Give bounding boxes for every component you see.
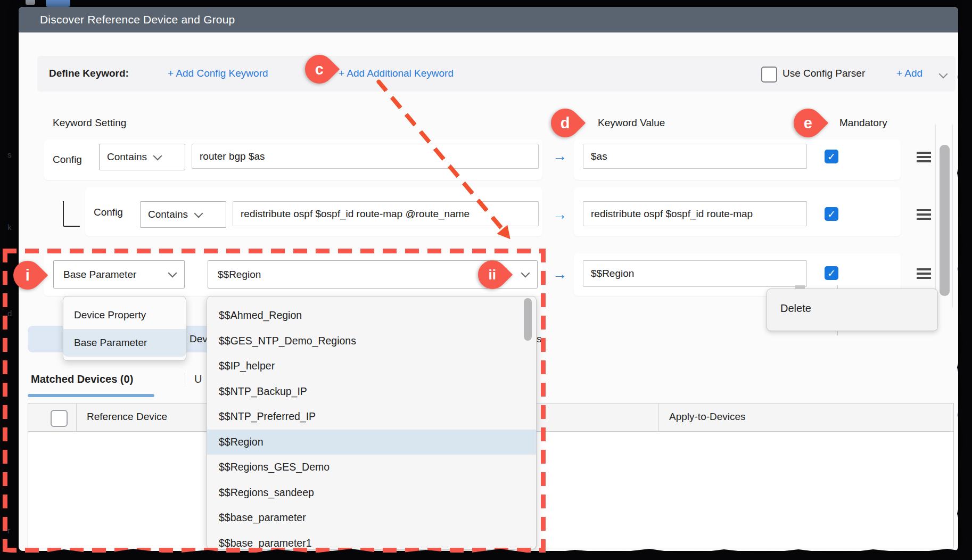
chevron-down-icon [194, 209, 203, 218]
dropdown-option[interactable]: $$NTP_Preferred_IP [207, 404, 536, 430]
screenshot-stage: s k d r Discover Reference Device and Gr… [0, 0, 972, 560]
use-config-parser-label: Use Config Parser [782, 68, 865, 79]
background-window-remnant [26, 0, 35, 5]
table-column-divider [658, 403, 659, 431]
row3-value-input[interactable]: $$Region [583, 260, 807, 287]
row1-drag-handle-icon[interactable] [917, 152, 931, 162]
background-text-fragment: r [7, 526, 10, 535]
row2-drag-handle-icon[interactable] [917, 209, 931, 220]
scrollbar-track [952, 125, 953, 308]
menu-item-base-parameter[interactable]: Base Parameter [63, 329, 186, 357]
row2-type-label: Config [94, 207, 123, 218]
row2-operator-select[interactable]: Contains [140, 201, 226, 228]
maps-to-arrow-icon: → [553, 148, 567, 164]
annotation-pin-label: d [561, 114, 570, 132]
dialog-title: Discover Reference Device and Group [19, 13, 235, 26]
annotation-highlight-box-top [3, 249, 546, 253]
row3-type-value: Base Parameter [54, 269, 136, 281]
row1-operator-value: Contains [100, 151, 147, 163]
row1-type-label: Config [53, 154, 82, 166]
chevron-down-icon [168, 269, 177, 278]
row1-operator-select[interactable]: Contains [99, 144, 185, 170]
device-criteria-bar-text-fragment: Dev [190, 333, 208, 345]
row1-value-input[interactable]: $as [583, 144, 807, 169]
type-dropdown-menu: Device Property Base Parameter [63, 296, 186, 361]
tab-unmatched-devices[interactable]: U [194, 373, 202, 385]
add-config-keyword-link[interactable]: + Add Config Keyword [168, 68, 268, 79]
parser-add-link[interactable]: + Add [896, 68, 922, 79]
row3-type-select[interactable]: Base Parameter [53, 260, 185, 289]
annotation-pin-label: c [315, 60, 324, 78]
maps-to-arrow-icon: → [553, 207, 567, 223]
active-tab-underline [28, 394, 154, 397]
dropdown-option[interactable]: $$GES_NTP_Demo_Regions [207, 328, 536, 354]
dialog-titlebar: Discover Reference Device and Group [19, 7, 958, 32]
add-additional-keyword-link[interactable]: + Add Additional Keyword [339, 68, 454, 79]
background-tab-remnant [46, 0, 70, 7]
annotation-pin-label: i [26, 267, 30, 284]
dropdown-option[interactable]: $$IP_helper [207, 353, 536, 379]
row2-value-input[interactable]: redistribute ospf $ospf_id route-map [583, 201, 807, 226]
column-header-reference-device: Reference Device [87, 411, 167, 423]
dropdown-scrollbar-thumb[interactable] [524, 298, 532, 341]
annotation-pin-label: ii [489, 266, 496, 283]
scrollbar-track [935, 125, 936, 308]
scrollbar-thumb[interactable] [940, 145, 950, 296]
dropdown-option[interactable]: $$NTP_Backup_IP [207, 379, 536, 405]
background-text-fragment: s [7, 150, 12, 159]
child-row-connector [63, 201, 80, 227]
define-keyword-label: Define Keyword: [49, 68, 129, 79]
tab-matched-devices[interactable]: Matched Devices (0) [31, 373, 133, 385]
parameter-dropdown-list: $$Ahmed_Region$$GES_NTP_Demo_Regions$$IP… [207, 296, 537, 549]
row3-drag-handle-icon[interactable] [917, 268, 931, 279]
row1-mandatory-checkbox[interactable]: ✓ [825, 150, 838, 163]
row2-operator-value: Contains [141, 209, 188, 220]
chevron-down-icon [521, 269, 530, 278]
row2-mandatory-checkbox[interactable]: ✓ [825, 207, 838, 221]
background-text-fragment: d [7, 309, 12, 318]
column-header-apply-to-devices: Apply-to-Devices [669, 411, 746, 423]
row3-mandatory-checkbox[interactable]: ✓ [825, 266, 838, 280]
table-column-divider [76, 403, 77, 431]
select-all-checkbox[interactable] [51, 410, 68, 427]
row2-pattern-input[interactable]: redistribute ospf $ospf_id route-map @ro… [233, 201, 539, 226]
dropdown-option[interactable]: $$Regions_sandeep [207, 480, 536, 506]
context-menu-delete-item[interactable]: Delete [780, 302, 811, 315]
column-header-keyword-setting: Keyword Setting [53, 117, 126, 129]
column-header-keyword-value: Keyword Value [598, 117, 665, 129]
dropdown-option[interactable]: $$Regions_GES_Demo [207, 455, 536, 480]
dropdown-option[interactable]: $$Ahmed_Region [207, 303, 536, 328]
annotation-pin-label: e [804, 114, 812, 131]
annotation-highlight-box-right [541, 249, 546, 553]
chevron-down-icon [153, 151, 162, 160]
dropdown-option[interactable]: $$Region [207, 430, 536, 455]
menu-item-device-property[interactable]: Device Property [63, 301, 186, 329]
dropdown-option[interactable]: $$base_parameter [207, 505, 536, 531]
background-text-fragment: k [7, 223, 12, 232]
row3-parameter-value: $$Region [208, 269, 261, 281]
column-header-mandatory: Mandatory [839, 117, 887, 129]
maps-to-arrow-icon: → [553, 266, 567, 283]
row1-pattern-input[interactable]: router bgp $as [192, 144, 539, 169]
tab-separator [185, 373, 185, 387]
annotation-highlight-box-left [3, 249, 7, 553]
use-config-parser-checkbox[interactable] [761, 67, 777, 83]
dropdown-option[interactable]: $$base_parameter1 [207, 531, 536, 550]
